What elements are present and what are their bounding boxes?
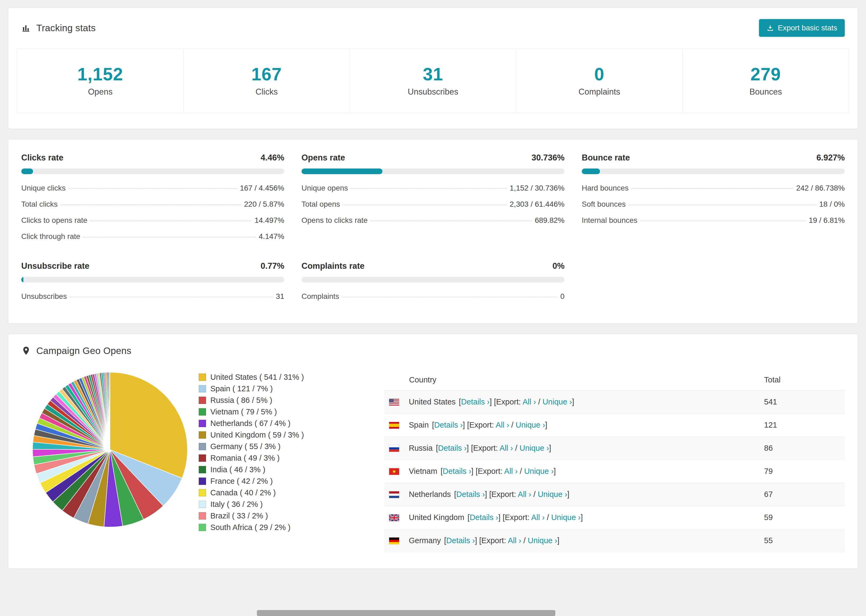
legend-swatch [199,420,206,427]
geo-opens-card: Campaign Geo Opens United States ( 541 /… [8,334,858,569]
details-link[interactable]: Details › [434,421,463,429]
rate-block: Unsubscribe rate 0.77% Unsubscribes 31 [21,261,284,305]
rates-grid: Clicks rate 4.46% Unique clicks 167 / 4.… [21,153,845,305]
country-total: 67 [764,483,845,506]
export-label: ] [Export: [471,467,504,475]
dotted-leader [83,237,256,237]
bracket-close: ] [557,536,559,545]
export-unique-link[interactable]: Unique › [538,490,567,498]
export-unique-link[interactable]: Unique › [527,536,557,545]
country-cell: Netherlands[Details ›] [Export: All › / … [384,483,764,506]
geo-table-header-row: Country Total [384,369,845,391]
rate-value: 4.46% [261,153,284,163]
link-separator: / [521,536,527,545]
stats-strip: 1,152 Opens 167 Clicks 31 Unsubscribes 0… [17,49,849,113]
geo-pie-chart [21,369,199,530]
rate-detail-value: 19 / 6.81% [809,216,845,225]
export-unique-link[interactable]: Unique › [551,513,581,522]
legend-swatch [199,408,206,415]
country-name: Netherlands [409,490,451,498]
legend-label: Vietnam ( 79 / 5% ) [210,407,277,416]
bracket-close: ] [567,490,569,498]
legend-item: France ( 42 / 2% ) [199,477,365,486]
tracking-stats-title-text: Tracking stats [36,23,96,33]
export-all-link[interactable]: All › [531,513,545,522]
rate-block: Clicks rate 4.46% Unique clicks 167 / 4.… [21,153,284,245]
stat-value: 279 [683,64,849,84]
rate-detail-label: Unsubscribes [21,292,67,301]
rate-detail-rows: Unique clicks 167 / 4.456% Total clicks … [21,180,284,245]
country-cell: Germany[Details ›] [Export: All › / Uniq… [384,529,764,552]
table-row: Germany[Details ›] [Export: All › / Uniq… [384,529,845,552]
rate-value: 30.736% [532,153,565,163]
export-unique-link[interactable]: Unique › [520,444,549,452]
legend-swatch [199,397,206,404]
dotted-leader [640,221,806,221]
export-unique-link[interactable]: Unique › [542,398,572,406]
legend-label: France ( 42 / 2% ) [210,477,273,486]
rate-detail-rows: Unsubscribes 31 [21,288,284,305]
legend-swatch [199,478,206,485]
export-unique-link[interactable]: Unique › [524,467,554,475]
details-link[interactable]: Details › [456,490,485,498]
flag-vn-icon [389,468,399,475]
details-link[interactable]: Details › [443,467,471,475]
flag-de-icon [389,537,399,544]
stat-box: 279 Bounces [682,49,849,113]
details-link[interactable]: Details › [446,536,475,545]
details-link[interactable]: Details › [438,444,467,452]
rate-detail-value: 689.82% [535,216,565,225]
rate-detail-value: 4.147% [259,232,284,241]
legend-label: India ( 46 / 3% ) [210,465,265,474]
rate-value: 6.927% [817,153,845,163]
stat-box: 31 Unsubscribes [350,49,516,113]
legend-swatch [199,374,206,381]
export-basic-stats-button[interactable]: Export basic stats [759,19,845,37]
rate-detail-label: Clicks to opens rate [21,216,87,225]
rate-detail-value: 18 / 0% [819,200,845,209]
rate-detail-value: 0 [560,292,565,301]
stat-box: 0 Complaints [516,49,683,113]
dotted-leader [90,221,252,221]
rate-detail-rows: Complaints 0 [301,288,565,305]
rate-progress-bar [21,168,284,174]
country-total: 79 [764,460,845,483]
legend-label: United States ( 541 / 31% ) [210,373,304,382]
country-column-header: Country [384,369,764,391]
rate-detail-row: Click through rate 4.147% [21,228,284,245]
export-all-link[interactable]: All › [518,490,531,498]
rate-detail-row: Total opens 2,303 / 61.446% [301,196,565,212]
details-link[interactable]: Details › [461,398,490,406]
stat-label: Unsubscribes [350,87,516,97]
bracket-open: [ [459,398,461,406]
export-all-link[interactable]: All › [523,398,536,406]
stat-value: 0 [516,64,683,84]
legend-item: United States ( 541 / 31% ) [199,373,365,382]
export-all-link[interactable]: All › [504,467,518,475]
bracket-close: ] [545,421,547,429]
country-total: 55 [764,529,845,552]
table-row: Spain[Details ›] [Export: All › / Unique… [384,413,845,437]
legend-item: Germany ( 55 / 3% ) [199,442,365,451]
bracket-close: ] [549,444,551,452]
legend-label: South Africa ( 29 / 2% ) [210,523,290,532]
legend-label: Italy ( 36 / 2% ) [210,500,263,509]
export-all-link[interactable]: All › [496,421,509,429]
page: Tracking stats Export basic stats 1,152 … [0,0,866,569]
export-unique-link[interactable]: Unique › [516,421,545,429]
details-link[interactable]: Details › [469,513,498,522]
legend-swatch [199,385,206,392]
legend-label: United Kingdom ( 59 / 3% ) [210,431,304,439]
rate-detail-label: Click through rate [21,232,80,241]
rate-detail-label: Total clicks [21,200,58,209]
tracking-stats-title: Tracking stats [21,23,96,33]
export-all-link[interactable]: All › [500,444,513,452]
total-column-header: Total [764,369,845,391]
rate-progress-fill [21,168,33,174]
export-all-link[interactable]: All › [508,536,521,545]
rate-detail-label: Soft bounces [582,200,625,209]
legend-item: United Kingdom ( 59 / 3% ) [199,431,365,439]
rate-detail-row: Unique opens 1,152 / 30.736% [301,180,565,196]
flag-us-icon [389,399,399,405]
rate-value: 0% [553,261,565,271]
